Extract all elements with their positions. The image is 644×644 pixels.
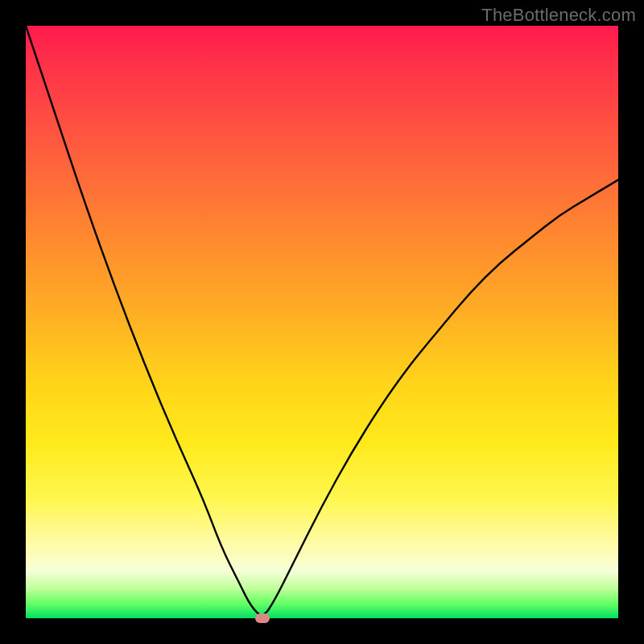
optimum-marker: [255, 613, 270, 623]
bottleneck-curve-path: [26, 26, 618, 615]
watermark-label: TheBottleneck.com: [481, 5, 636, 26]
curve-svg: [26, 26, 618, 618]
plot-area: [26, 26, 618, 618]
chart-frame: TheBottleneck.com: [0, 0, 644, 644]
